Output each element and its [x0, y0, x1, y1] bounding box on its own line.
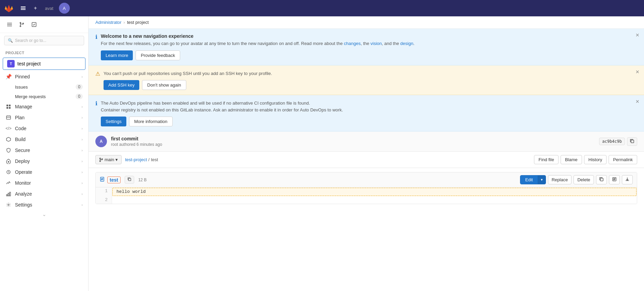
commit-message: first commit	[111, 136, 595, 141]
link-changes[interactable]: changes	[344, 41, 361, 46]
avatar-btn[interactable]: A	[59, 3, 70, 14]
search-box[interactable]: 🔍 Search or go to...	[4, 36, 84, 45]
sidebar-item-pinned[interactable]: 📌 Pinned ›	[0, 71, 88, 82]
alert-nav-close-btn[interactable]: ×	[635, 32, 639, 38]
alert-ssh: ⚠ You can't push or pull repositories us…	[89, 65, 644, 95]
settings-label: Settings	[15, 202, 32, 208]
build-label: Build	[15, 137, 26, 142]
sidebar-item-secure[interactable]: Secure ›	[0, 145, 88, 156]
branch-name: main	[105, 157, 114, 162]
main-layout: 🔍 Search or go to... Project T test proj…	[0, 16, 644, 291]
link-design[interactable]: design	[400, 41, 413, 46]
blame-btn[interactable]: Blame	[561, 155, 582, 164]
edit-btn[interactable]: Edit	[520, 175, 537, 184]
merge-requests-icon-btn[interactable]	[16, 19, 27, 30]
sidebar-item-operate[interactable]: Operate ›	[0, 167, 88, 178]
deploy-chevron: ›	[81, 159, 83, 163]
svg-rect-0	[21, 6, 26, 7]
more-information-btn[interactable]: More information	[129, 117, 173, 126]
history-btn[interactable]: History	[584, 155, 607, 164]
secure-label: Secure	[15, 148, 30, 153]
sidebar-item-build[interactable]: Build ›	[0, 134, 88, 145]
learn-more-btn[interactable]: Learn more	[101, 50, 133, 60]
svg-point-6	[20, 22, 21, 24]
svg-rect-19	[10, 192, 11, 196]
find-file-btn[interactable]: Find file	[534, 155, 559, 164]
code-label: Code	[15, 126, 26, 131]
operate-label: Operate	[15, 169, 32, 175]
breadcrumb-sep: ›	[124, 20, 125, 25]
sidebar-toggle-icon-btn[interactable]	[4, 19, 15, 30]
alert-devops-close-btn[interactable]: ×	[635, 98, 639, 105]
file-size: 12 B	[138, 178, 147, 182]
issues-badge: 0	[76, 84, 83, 90]
build-icon	[5, 136, 12, 142]
breadcrumb: Administrator › test project	[89, 16, 644, 29]
file-header: test 12 B Edit ▾ Replace Delete	[96, 172, 637, 187]
copy-raw-btn[interactable]	[596, 175, 607, 184]
file-actions: Edit ▾ Replace Delete	[520, 175, 633, 184]
sidebar-item-issues[interactable]: Issues 0	[0, 82, 88, 92]
file-path-project[interactable]: test-project	[125, 157, 147, 162]
sidebar: 🔍 Search or go to... Project T test proj…	[0, 16, 89, 291]
svg-point-15	[8, 162, 9, 163]
edit-btn-group: Edit ▾	[520, 175, 546, 184]
sidebar-section-label: Project	[0, 48, 88, 56]
edit-dropdown-btn[interactable]: ▾	[538, 175, 546, 184]
alert-nav-actions: Learn more Provide feedback	[101, 50, 637, 60]
sidebar-item-plan[interactable]: Plan ›	[0, 112, 88, 123]
copy-hash-btn[interactable]	[627, 137, 637, 146]
download-btn[interactable]	[622, 175, 633, 184]
svg-rect-11	[9, 105, 11, 106]
svg-rect-3	[7, 23, 12, 24]
operate-icon	[5, 169, 12, 175]
settings-btn[interactable]: Settings	[101, 117, 126, 126]
svg-point-23	[100, 160, 101, 162]
raw-btn[interactable]	[609, 175, 620, 184]
sidebar-item-analyze[interactable]: Analyze ›	[0, 188, 88, 199]
top-bar-actions: +	[18, 3, 41, 14]
code-line: 1 hello world	[96, 187, 637, 196]
sidebar-item-deploy[interactable]: Deploy ›	[0, 156, 88, 167]
file-path: test-project / test	[125, 157, 531, 162]
settings-icon	[5, 202, 12, 208]
branch-select[interactable]: main ▾	[95, 155, 122, 164]
sidebar-project-item[interactable]: T test project	[3, 58, 85, 70]
branch-dropdown-icon: ▾	[115, 157, 118, 162]
commit-hash-badge: ac9b4c9b	[599, 138, 625, 145]
sidebar-item-code[interactable]: </> Code ›	[0, 123, 88, 134]
copy-path-btn[interactable]	[125, 176, 134, 184]
svg-point-24	[102, 158, 103, 159]
link-vision[interactable]: vision	[371, 41, 382, 46]
search-placeholder: Search or go to...	[15, 38, 46, 43]
alert-ssh-close-btn[interactable]: ×	[635, 69, 639, 75]
breadcrumb-parent[interactable]: Administrator	[95, 20, 122, 25]
alert-navigation: ℹ Welcome to a new navigation experience…	[89, 29, 644, 65]
svg-point-20	[8, 204, 9, 205]
sidebar-item-monitor[interactable]: Monitor ›	[0, 178, 88, 188]
todos-icon-btn[interactable]	[29, 19, 40, 30]
add-ssh-key-btn[interactable]: Add SSH key	[104, 80, 139, 90]
path-sep-1: /	[148, 157, 150, 162]
main-content: Administrator › test project ℹ Welcome t…	[89, 16, 644, 291]
svg-rect-1	[21, 8, 26, 9]
info-icon-2: ℹ	[95, 100, 97, 107]
code-icon: </>	[5, 125, 12, 132]
sidebar-item-merge-requests[interactable]: Merge requests 0	[0, 92, 88, 101]
issues-label: Issues	[15, 85, 28, 90]
new-tab-btn[interactable]: +	[30, 3, 41, 14]
monitor-chevron: ›	[81, 181, 83, 185]
replace-btn[interactable]: Replace	[548, 175, 572, 184]
manage-label: Manage	[15, 104, 32, 109]
dont-show-again-btn[interactable]: Don't show again	[142, 80, 186, 90]
alert-ssh-actions: Add SSH key Don't show again	[104, 80, 637, 90]
sidebar-item-settings[interactable]: Settings ›	[0, 199, 88, 210]
provide-feedback-btn[interactable]: Provide feedback	[136, 50, 180, 60]
permalink-btn[interactable]: Permalink	[609, 155, 637, 164]
sidebar-item-manage[interactable]: Manage ›	[0, 101, 88, 112]
svg-rect-17	[6, 195, 7, 196]
svg-rect-26	[128, 178, 131, 181]
delete-btn[interactable]: Delete	[574, 175, 594, 184]
sidebar-toggle-btn[interactable]	[18, 3, 29, 14]
alert-nav-title: Welcome to a new navigation experience	[101, 33, 637, 39]
